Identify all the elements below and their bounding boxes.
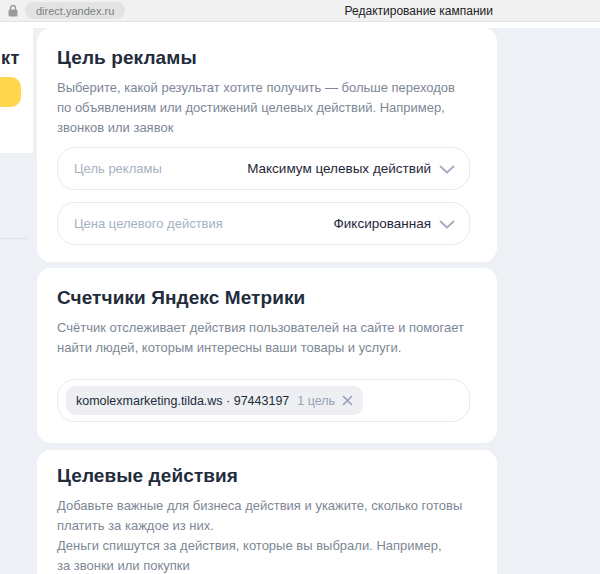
chevron-down-icon: [439, 160, 455, 178]
action-price-select[interactable]: Цена целевого действия Фиксированная: [57, 202, 470, 245]
card-target-actions: Целевые действия Добавьте важные для биз…: [37, 450, 497, 574]
card-ad-goal: Цель рекламы Выберите, какой результат х…: [37, 28, 497, 262]
address-url[interactable]: direct.yandex.ru: [25, 2, 125, 19]
card-target-actions-description: Добавьте важные для бизнеса действия и у…: [57, 496, 477, 574]
counter-input[interactable]: komolexmarketing.tilda.ws · 97443197 1 ц…: [57, 379, 470, 422]
card-ad-goal-title: Цель рекламы: [57, 28, 477, 69]
card-metrika-title: Счетчики Яндекс Метрики: [57, 268, 477, 309]
add-campaign-button-fragment[interactable]: [0, 77, 21, 107]
page-title: Редактирование кампании: [345, 0, 493, 22]
card-ad-goal-description: Выберите, какой результат хотите получит…: [57, 78, 477, 138]
counter-tag-goals[interactable]: 1 цель: [297, 394, 335, 408]
goal-select-value: Максимум целевых действий: [247, 161, 431, 176]
browser-bar: direct.yandex.ru Редактирование кампании: [0, 0, 600, 22]
card-target-actions-title: Целевые действия: [57, 450, 477, 487]
counter-tag-label: komolexmarketing.tilda.ws · 97443197: [76, 394, 289, 408]
sidebar-fragment: кт: [0, 22, 33, 153]
goal-select[interactable]: Цель рекламы Максимум целевых действий: [57, 147, 470, 190]
goal-select-label: Цель рекламы: [74, 161, 162, 176]
sidebar-divider: [0, 238, 28, 239]
direct-logo-fragment: кт: [1, 48, 20, 69]
lock-icon: [8, 5, 18, 17]
action-price-select-value: Фиксированная: [334, 216, 431, 231]
card-metrika-counters: Счетчики Яндекс Метрики Счётчик отслежив…: [37, 268, 497, 443]
card-metrika-description: Счётчик отслеживает действия пользовател…: [57, 318, 477, 358]
action-price-select-label: Цена целевого действия: [74, 216, 223, 231]
close-icon[interactable]: [342, 395, 353, 406]
chevron-down-icon: [439, 215, 455, 233]
counter-tag: komolexmarketing.tilda.ws · 97443197 1 ц…: [66, 386, 363, 415]
